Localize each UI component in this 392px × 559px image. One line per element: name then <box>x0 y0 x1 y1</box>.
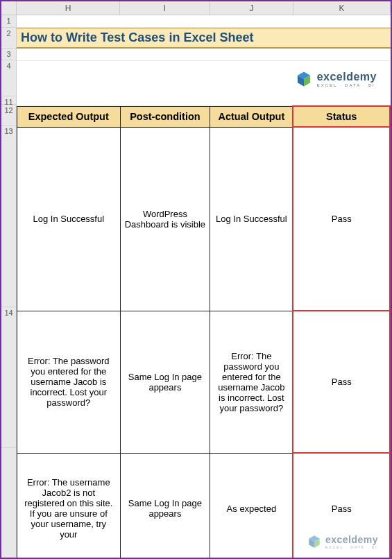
row-num-3[interactable]: 3 <box>1 49 16 61</box>
col-header-K[interactable]: K <box>293 1 391 15</box>
column-header-row: H I J K <box>1 1 391 15</box>
corner-gutter <box>1 1 17 15</box>
cell-expected[interactable]: Log In Successful <box>17 127 121 311</box>
cell-status[interactable]: Pass <box>293 453 390 559</box>
row-num-4[interactable]: 4 <box>1 60 16 96</box>
table-row: Error: The username Jacob2 is not regist… <box>17 453 391 559</box>
empty-row-1[interactable] <box>17 15 391 28</box>
cell-status[interactable]: Pass <box>293 127 390 311</box>
test-cases-table: Expected Output Post-condition Actual Ou… <box>17 105 391 559</box>
cell-actual[interactable]: Log In Successful <box>210 127 293 311</box>
empty-row-3[interactable] <box>17 49 391 61</box>
header-status[interactable]: Status <box>293 106 390 127</box>
empty-row-11[interactable] <box>17 97 391 105</box>
logo-row[interactable]: exceldemy EXCEL · DATA · BI <box>17 61 391 97</box>
row-num-11[interactable]: 11 <box>1 96 16 105</box>
cell-status[interactable]: Pass <box>293 311 390 453</box>
cell-expected[interactable]: Error: The username Jacob2 is not regist… <box>17 453 121 559</box>
row-num-12[interactable]: 12 <box>1 105 16 126</box>
cube-icon <box>295 70 313 88</box>
row-number-gutter: 1 2 3 4 11 12 13 14 <box>1 15 17 558</box>
logo-main: exceldemy <box>317 71 377 83</box>
row-num-15[interactable] <box>1 448 16 558</box>
cell-postcond[interactable]: Same Log In page appears <box>120 453 210 559</box>
sheet-content: How to Write Test Cases in Excel Sheet e… <box>17 15 391 558</box>
row-num-13[interactable]: 13 <box>1 126 16 307</box>
col-header-J[interactable]: J <box>210 1 293 15</box>
cell-actual[interactable]: Error: The password you entered for the … <box>210 311 293 453</box>
row-num-2[interactable]: 2 <box>1 28 16 49</box>
table-row: Error: The password you entered for the … <box>17 311 391 453</box>
table-header-row: Expected Output Post-condition Actual Ou… <box>17 106 391 127</box>
table-row: Log In Successful WordPress Dashboard is… <box>17 127 391 311</box>
cell-postcond[interactable]: WordPress Dashboard is visible <box>120 127 210 311</box>
header-expected[interactable]: Expected Output <box>17 106 121 127</box>
row-num-1[interactable]: 1 <box>1 15 16 28</box>
cell-expected[interactable]: Error: The password you entered for the … <box>17 311 121 453</box>
logo: exceldemy EXCEL · DATA · BI <box>295 70 377 88</box>
row-num-14[interactable]: 14 <box>1 307 16 448</box>
page-title: How to Write Test Cases in Excel Sheet <box>21 31 253 45</box>
logo-sub: EXCEL · DATA · BI <box>317 83 377 87</box>
header-postcond[interactable]: Post-condition <box>120 106 210 127</box>
title-row[interactable]: How to Write Test Cases in Excel Sheet <box>17 28 391 49</box>
cell-actual[interactable]: As expected <box>210 453 293 559</box>
header-actual[interactable]: Actual Output <box>210 106 293 127</box>
col-header-H[interactable]: H <box>17 1 120 15</box>
cell-postcond[interactable]: Same Log In page appears <box>120 311 210 453</box>
col-header-I[interactable]: I <box>120 1 210 15</box>
